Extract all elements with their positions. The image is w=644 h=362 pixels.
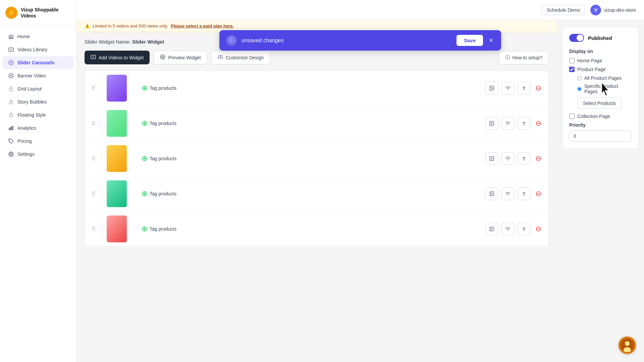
image-action-button[interactable] [485,152,498,165]
antenna-action-button[interactable] [501,152,514,165]
remove-button[interactable]: ⊖ [534,224,543,234]
image-action-button[interactable] [485,187,498,200]
sidebar-item-label: Floating Style [17,112,46,118]
table-row: ⠿ ⊕ Tag products [85,141,548,176]
antenna-action-button[interactable] [501,82,514,95]
sidebar-item-banner-video[interactable]: Banner Video [3,69,73,82]
tag-label: Tag products [150,191,176,196]
text-action-button[interactable]: T [518,152,530,165]
image-action-button[interactable] [485,223,498,235]
sidebar-nav: Home Videos Library Slider Carousels Ban… [0,26,76,362]
settings-panel: Published Display on Home Page Product P… [562,27,639,149]
specific-product-pages-label: Specific Product Pages [584,83,632,94]
customize-design-button[interactable]: Customize Design [211,51,270,64]
sidebar-item-floating-style[interactable]: Floating Style [3,109,73,121]
notif-save-button[interactable]: Save [457,35,483,46]
remove-button[interactable]: ⊖ [534,119,543,128]
text-action-button[interactable]: T [518,82,530,95]
settings-icon [8,151,14,157]
sidebar-item-story-bubbles[interactable]: Story Bubbles [3,96,73,108]
add-videos-icon [91,54,96,61]
all-products-radio[interactable] [577,76,582,80]
toolbar-left: Add Videos to Widget Preview Widget [85,51,270,64]
sidebar-item-home[interactable]: Home [3,30,73,43]
tag-products-btn[interactable]: ⊕ Tag products [142,84,176,93]
support-avatar[interactable] [619,337,636,354]
table-row: ⠿ ⊕ Tag products [85,71,548,106]
specific-products-radio[interactable] [577,87,582,91]
text-action-button[interactable]: T [518,187,530,200]
published-toggle[interactable] [569,34,584,42]
schedule-demo-button[interactable]: Schedule Demo [542,5,585,15]
priority-input[interactable] [569,130,632,142]
home-page-checkbox[interactable] [569,58,575,63]
page-content: Slider Widget Name: Slider Widget Add Vi… [76,32,557,253]
remove-button[interactable]: ⊖ [534,83,543,93]
product-page-row: Product Page [569,67,632,72]
remove-button[interactable]: ⊖ [534,154,543,163]
carousel-icon [8,60,14,66]
remove-button[interactable]: ⊖ [534,189,543,198]
user-avatar: V [590,5,601,15]
svg-marker-15 [93,56,94,58]
divider [102,187,102,200]
how-to-setup-button[interactable]: ⓘ How to setup? [499,51,549,64]
video-thumbnail [107,110,127,137]
tag-products-btn[interactable]: ⊕ Tag products [142,225,176,233]
collection-page-checkbox[interactable] [569,114,575,119]
warning-link[interactable]: Please select a paid plan here. [171,23,234,28]
info-icon: ⓘ [505,55,510,61]
svg-rect-10 [11,127,12,130]
svg-point-43 [625,341,630,346]
add-videos-button[interactable]: Add Videos to Widget [85,51,150,64]
svg-point-31 [491,122,491,123]
tag-products-btn[interactable]: ⊕ Tag products [142,189,176,198]
tag-products-btn[interactable]: ⊕ Tag products [142,154,176,163]
sidebar: ⚡ Vizup Shoppable Videos Home Videos Lib… [0,0,76,362]
antenna-action-button[interactable] [501,187,514,200]
select-products-button[interactable]: Select Products [577,98,622,109]
sidebar-item-settings[interactable]: Settings [3,148,73,161]
display-on-label: Display on [569,49,632,54]
antenna-action-button[interactable] [501,223,514,235]
image-action-button[interactable] [485,117,498,130]
drag-handle[interactable]: ⠿ [90,85,97,92]
right-panel: Published Display on Home Page Product P… [557,20,644,362]
image-action-button[interactable] [485,82,498,95]
text-action-button[interactable]: T [518,117,530,130]
notif-close-button[interactable]: × [488,37,494,44]
video-icon [8,47,14,53]
video-actions: T ⊖ [485,223,543,235]
preview-widget-button[interactable]: Preview Widget [154,51,207,64]
tag-label: Tag products [150,226,176,232]
tag-label: Tag products [150,156,176,161]
app-logo: ⚡ Vizup Shoppable Videos [0,0,76,26]
sidebar-item-pricing[interactable]: Pricing [3,135,73,147]
warning-icon: ⚠️ [85,23,90,28]
drag-handle[interactable]: ⠿ [90,120,97,127]
text-action-button[interactable]: T [518,223,530,235]
sidebar-item-videos-library[interactable]: Videos Library [3,43,73,56]
sidebar-item-slider-carousels[interactable]: Slider Carousels [3,56,73,69]
product-page-checkbox[interactable] [569,67,575,72]
drag-handle[interactable]: ⠿ [90,191,97,197]
lock-icon [8,112,14,118]
antenna-action-button[interactable] [501,117,514,130]
drag-handle[interactable]: ⠿ [90,156,97,162]
main-area: Schedule Demo V vizup-dev-store ⓘ unsave… [76,0,644,362]
drag-handle[interactable]: ⠿ [90,226,97,232]
video-list: ⠿ ⊕ Tag products [85,70,549,247]
svg-point-5 [10,75,12,76]
priority-label: Priority [569,122,632,128]
svg-rect-7 [9,102,12,104]
sidebar-item-analytics[interactable]: Analytics [3,122,73,134]
svg-point-17 [162,56,164,58]
home-page-row: Home Page [569,58,632,63]
banner-icon [8,73,14,79]
svg-point-16 [161,55,165,59]
tag-products-btn[interactable]: ⊕ Tag products [142,119,176,128]
divider [102,222,102,236]
divider [102,81,102,95]
sidebar-item-grid-layout[interactable]: Grid Layout [3,82,73,95]
main-body: ⚠️ Limited to 5 videos and 500 views onl… [76,20,644,362]
